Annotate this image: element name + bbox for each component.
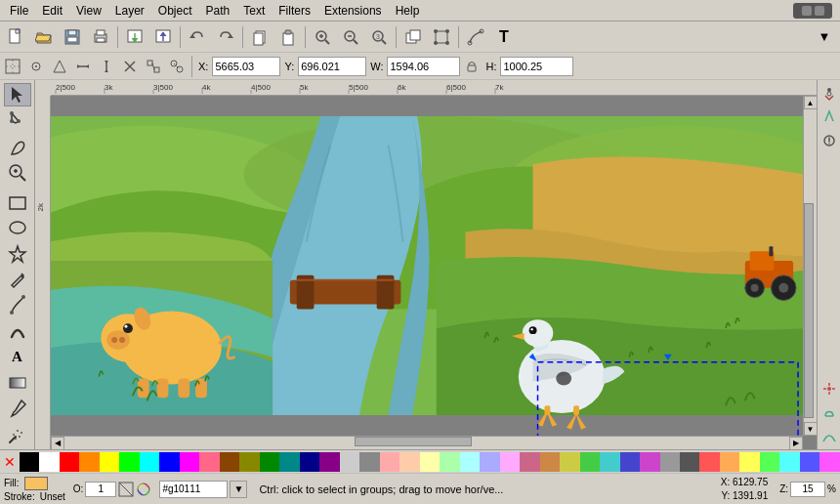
palette-swatch[interactable] [159,452,179,472]
palette-swatch[interactable] [300,452,319,472]
palette-swatch[interactable] [380,452,399,472]
zoom-out-button[interactable] [337,24,364,50]
right-btn-3[interactable] [819,131,839,150]
ellipse-tool[interactable] [4,216,31,239]
copy-to-clipboard-button[interactable] [246,24,273,50]
fill-color-swatch[interactable] [24,477,48,490]
no-color-swatch[interactable]: ✕ [0,452,20,472]
text-tool[interactable]: A [4,345,31,368]
palette-swatch[interactable] [119,452,139,472]
palette-swatch[interactable] [100,452,119,472]
menu-edit[interactable]: Edit [36,2,68,20]
palette-swatch[interactable] [359,452,379,472]
eyedropper-tool[interactable] [4,397,31,420]
palette-swatch[interactable] [60,452,79,472]
palette-swatch[interactable] [699,452,719,472]
node-edit-tool[interactable] [4,108,31,132]
snap-btn-5[interactable] [96,56,117,77]
x-input[interactable] [212,57,280,76]
palette-swatch[interactable] [420,452,440,472]
palette-swatch[interactable] [720,452,739,472]
right-btn-bottom-2[interactable] [819,402,839,422]
palette-swatch[interactable] [800,452,819,472]
menu-text[interactable]: Text [237,2,271,20]
menu-extensions[interactable]: Extensions [318,2,388,20]
palette-swatch[interactable] [540,452,560,472]
export-button[interactable] [149,24,177,50]
scroll-thumb-vertical[interactable] [804,203,814,418]
palette-swatch[interactable] [760,452,779,472]
new-button[interactable] [2,24,29,50]
palette-swatch[interactable] [779,452,799,472]
right-btn-1[interactable] [819,84,839,104]
snap-btn-8[interactable] [166,56,188,77]
right-btn-2[interactable] [819,107,839,127]
palette-swatch[interactable] [20,452,39,472]
horizontal-scrollbar[interactable]: ◀ ▶ [51,436,803,449]
save-button[interactable] [59,24,86,50]
scroll-up-button[interactable]: ▲ [804,96,818,109]
menu-help[interactable]: Help [390,2,426,20]
text-tool-button[interactable]: T [490,24,518,50]
snap-btn-1[interactable] [2,56,23,77]
duplicate-button[interactable] [399,24,427,50]
canvas-area[interactable]: 2|500 3k 3|500 4k 4|500 5k 5|500 6k 6|50… [35,80,817,449]
expand-button[interactable]: ▼ [811,24,838,50]
palette-swatch[interactable] [620,452,640,472]
palette-swatch[interactable] [819,452,839,472]
zoom-fit-button[interactable]: 3 [365,24,393,50]
pencil-tool[interactable] [4,268,31,291]
palette-swatch[interactable] [260,452,279,472]
star-tool[interactable] [4,241,31,265]
menu-filters[interactable]: Filters [273,2,316,20]
open-button[interactable] [30,24,58,50]
h-input[interactable] [500,57,573,76]
menu-file[interactable]: File [4,2,34,20]
palette-swatch[interactable] [220,452,239,472]
object-id-dropdown[interactable]: ▼ [230,481,247,498]
tweak-tool[interactable] [4,135,31,158]
lock-proportions-button[interactable] [462,57,482,76]
menu-path[interactable]: Path [200,2,236,20]
gradient-tool[interactable] [4,371,31,395]
snap-btn-4[interactable] [72,56,94,77]
palette-swatch[interactable] [500,452,520,472]
palette-swatch[interactable] [39,452,59,472]
palette-swatch[interactable] [279,452,299,472]
undo-button[interactable] [184,24,211,50]
zoom-in-button[interactable] [309,24,336,50]
calligraph-tool[interactable] [4,319,31,343]
snap-btn-2[interactable] [25,56,47,77]
palette-swatch[interactable] [640,452,659,472]
palette-swatch[interactable] [660,452,680,472]
palette-swatch[interactable] [199,452,219,472]
palette-swatch[interactable] [399,452,419,472]
spray-tool[interactable] [4,423,31,446]
palette-swatch[interactable] [319,452,339,472]
palette-swatch[interactable] [440,452,459,472]
palette-swatch[interactable] [680,452,699,472]
palette-swatch[interactable] [79,452,99,472]
palette-swatch[interactable] [180,452,199,472]
palette-swatch[interactable] [560,452,579,472]
menu-layer[interactable]: Layer [109,2,150,20]
right-btn-bottom-1[interactable] [819,379,839,399]
w-input[interactable] [387,57,460,76]
palette-swatch[interactable] [239,452,259,472]
zoom-input[interactable] [790,482,825,497]
scroll-down-button[interactable]: ▼ [804,422,818,436]
palette-swatch[interactable] [600,452,619,472]
palette-swatch[interactable] [340,452,359,472]
snap-btn-7[interactable] [143,56,164,77]
menu-object[interactable]: Object [152,2,198,20]
transform-button[interactable] [428,24,455,50]
selector-tool[interactable] [4,83,31,106]
scroll-left-button[interactable]: ◀ [51,437,64,450]
zoom-tool[interactable] [4,160,31,184]
palette-swatch[interactable] [480,452,499,472]
opacity-input[interactable] [85,482,116,497]
snap-btn-3[interactable] [49,56,70,77]
canvas-viewport[interactable] [51,96,803,436]
pen-tool[interactable] [4,293,31,316]
y-input[interactable] [298,57,366,76]
